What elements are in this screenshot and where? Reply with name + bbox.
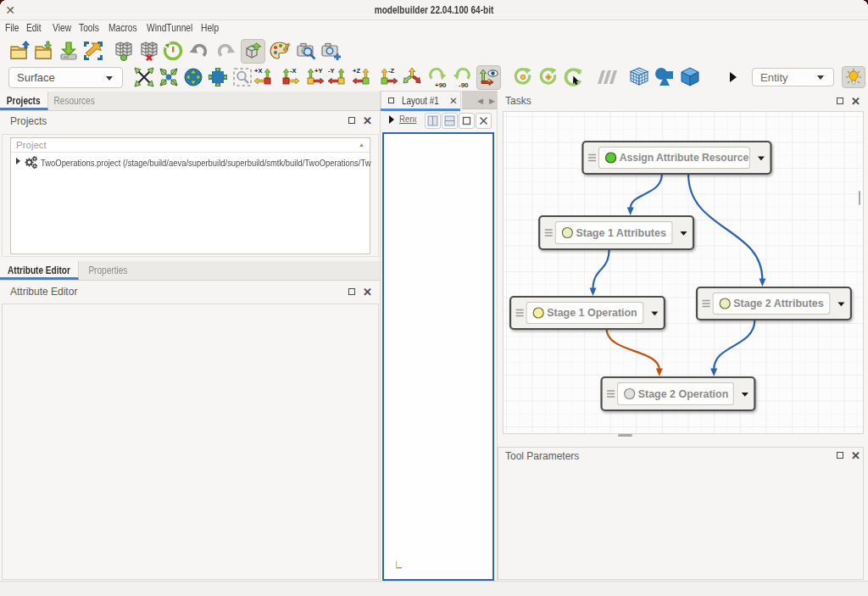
svg-text:-90: -90 [459,81,469,89]
svg-text:-Z: -Z [388,67,394,75]
svg-text:-X: -X [290,67,297,75]
svg-text:+X: +X [254,67,262,75]
svg-text:+Y: +Y [314,67,322,75]
svg-text:+Z: +Z [353,67,360,75]
svg-text:Stage 2 Attributes: Stage 2 Attributes [733,298,824,310]
svg-text:Stage 2 Operation: Stage 2 Operation [638,387,729,400]
svg-text:+90: +90 [435,81,447,89]
svg-text:Assign Attribute Resource: Assign Attribute Resource [620,152,749,164]
svg-text:Stage 1 Attributes: Stage 1 Attributes [576,226,666,239]
svg-text:-Y: -Y [328,67,335,75]
svg-text:Stage 1 Operation: Stage 1 Operation [547,307,637,320]
